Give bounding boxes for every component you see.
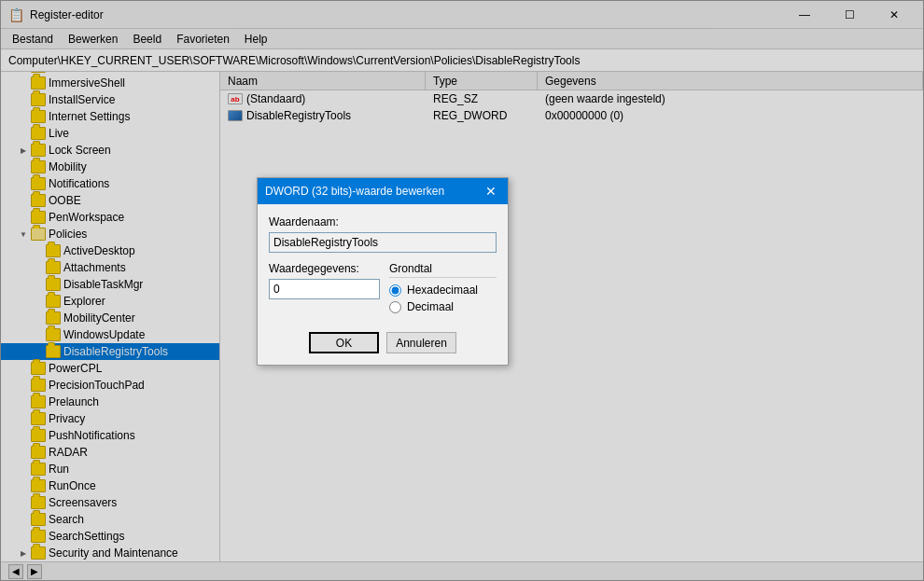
dialog-title-bar: DWORD (32 bits)-waarde bewerken ✕ xyxy=(258,178,508,204)
waardegegevens-label: Waardegegevens: xyxy=(269,262,380,275)
radio-decimaal[interactable]: Decimaal xyxy=(389,300,497,313)
grondtal-label: Grondtal xyxy=(389,262,497,278)
radio-hexadecimaal[interactable]: Hexadecimaal xyxy=(389,284,497,297)
radio-hex-label: Hexadecimaal xyxy=(407,284,478,297)
ok-button[interactable]: OK xyxy=(309,332,379,353)
waardenaam-input[interactable] xyxy=(269,232,497,253)
dialog-left: Waardegegevens: xyxy=(269,262,380,299)
modal-overlay: DWORD (32 bits)-waarde bewerken ✕ Waarde… xyxy=(0,0,924,581)
main-window: 📋 Register-editor — ☐ ✕ Bestand Bewerken… xyxy=(0,0,924,581)
waardenaam-label: Waardenaam: xyxy=(269,215,497,228)
grondtal-section: Grondtal Hexadecimaal Decimaal xyxy=(389,262,497,313)
dialog-bottom: Waardegegevens: Grondtal Hexadecimaal xyxy=(269,262,497,313)
dialog-buttons: OK Annuleren xyxy=(258,325,508,365)
annuleren-button[interactable]: Annuleren xyxy=(386,332,456,353)
radio-group: Hexadecimaal Decimaal xyxy=(389,284,497,313)
dialog-title: DWORD (32 bits)-waarde bewerken xyxy=(265,185,444,198)
dialog-close-button[interactable]: ✕ xyxy=(482,182,500,201)
dialog-body: Waardenaam: Waardegegevens: Grondtal Hex… xyxy=(258,204,508,325)
waardegegevens-input[interactable] xyxy=(269,279,380,299)
radio-dec-label: Decimaal xyxy=(407,300,454,313)
dword-dialog: DWORD (32 bits)-waarde bewerken ✕ Waarde… xyxy=(257,177,509,366)
